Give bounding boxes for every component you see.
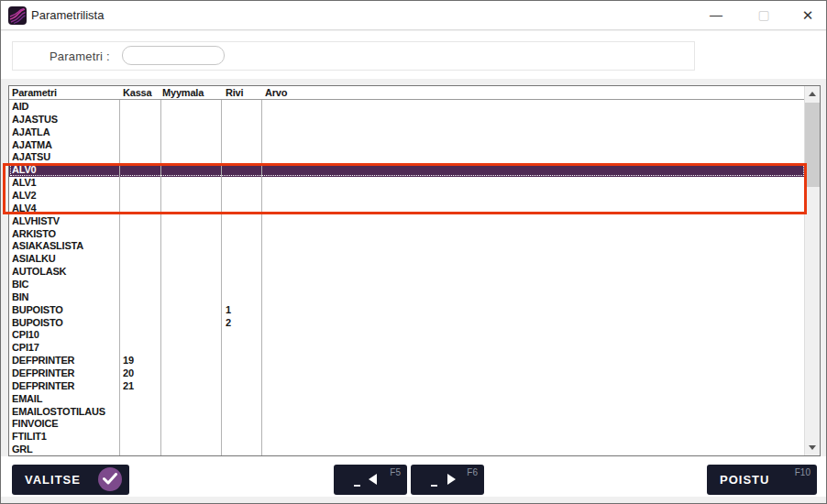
cell-parametri: FINVOICE bbox=[12, 418, 118, 431]
next-dash bbox=[431, 485, 437, 487]
table-row[interactable]: AJATMA00:00-06:00, 19006:00-18:00, 99918… bbox=[9, 139, 805, 152]
table-row[interactable]: ASIAKASLISTA100001000100001000 bbox=[9, 240, 805, 253]
table-row[interactable]: EMAILOSTOTILAUSsmtp.tele.fi bbox=[9, 406, 805, 419]
cell-parametri: ALV2 bbox=[12, 190, 118, 203]
column-header[interactable]: Parametri bbox=[12, 87, 57, 98]
parameter-table: ParametriKassaMyymalaRiviArvo AIDATTENDE… bbox=[8, 85, 821, 456]
window-title: Parametrilista bbox=[31, 8, 104, 22]
table-row[interactable]: AUTOLASK81146300 bbox=[9, 266, 805, 279]
scroll-down-icon bbox=[809, 445, 816, 450]
table-row[interactable]: AIDATTENDEDPOS020021 bbox=[9, 101, 805, 114]
app-logo-icon bbox=[8, 6, 27, 25]
cell-parametri: EMAILOSTOTILAUS bbox=[12, 406, 118, 419]
minimize-button[interactable]: — bbox=[698, 1, 734, 29]
vertical-scrollbar[interactable] bbox=[804, 86, 820, 455]
search-panel: Parametri : bbox=[12, 41, 695, 71]
cell-parametri: DEFPRINTER bbox=[12, 355, 118, 367]
cell-parametri: AJASTUS bbox=[12, 114, 118, 126]
table-row[interactable]: BUPOISTO2GDPR\asiakas.gdpr;30GDPR\*.log;… bbox=[9, 317, 805, 330]
scroll-up-button[interactable] bbox=[805, 86, 821, 102]
cell-parametri: DEFPRINTER bbox=[12, 367, 118, 380]
cell-parametri: CPI10 bbox=[12, 329, 118, 342]
cell-kassa: 19 bbox=[123, 355, 161, 367]
cell-parametri: CPI17 bbox=[12, 342, 118, 355]
cell-kassa: 21 bbox=[123, 380, 161, 393]
cell-parametri: AUTOLASK bbox=[12, 266, 118, 279]
cell-parametri: GRL bbox=[12, 444, 118, 456]
table-row[interactable]: GRL24.1440C bbox=[9, 444, 805, 456]
table-row[interactable]: AJASTUS20MYYNPAIV TRIGGER bbox=[9, 114, 805, 126]
cell-parametri: ALV0 bbox=[12, 164, 118, 177]
cell-parametri: FTILIT1 bbox=[12, 431, 118, 444]
parametri-search-input[interactable] bbox=[122, 46, 225, 65]
table-row[interactable]: DEFPRINTER21Canon Generic Plus PCL 66006… bbox=[9, 380, 805, 393]
app-window: Parametrilista — ▢ ✕ Parametri : Paramet… bbox=[0, 0, 827, 504]
cell-parametri: ALV1 bbox=[12, 177, 118, 190]
column-header[interactable]: Arvo bbox=[265, 87, 287, 98]
cell-parametri: EMAIL bbox=[12, 393, 118, 406]
prev-fkey-label: F5 bbox=[390, 467, 401, 477]
scroll-up-icon bbox=[809, 92, 816, 96]
close-button[interactable]: ✕ bbox=[789, 1, 826, 29]
arrow-right-icon bbox=[447, 474, 456, 485]
scroll-down-button[interactable] bbox=[805, 440, 821, 455]
maximize-button: ▢ bbox=[745, 1, 782, 29]
valitse-button[interactable]: VALITSE bbox=[12, 465, 129, 495]
cell-parametri: ASIAKASLISTA bbox=[12, 240, 118, 253]
poistu-label: POISTU bbox=[720, 473, 769, 487]
table-row[interactable]: BUPOISTO160WHUB\BU\WHUB*SQSEQR\logs\*.lo… bbox=[9, 304, 805, 317]
prev-dash bbox=[354, 485, 360, 487]
cell-parametri: AJATLA bbox=[12, 126, 118, 139]
table-row[interactable]: AJATLA00:00-06:00, 19006:00-13:00, 99913… bbox=[9, 126, 805, 139]
cell-parametri: ALV4 bbox=[12, 203, 118, 215]
scrollbar-thumb[interactable] bbox=[805, 103, 821, 187]
search-label: Parametri : bbox=[50, 49, 110, 63]
check-icon bbox=[98, 467, 122, 491]
cell-parametri: ASIALKU bbox=[12, 253, 118, 266]
table-row[interactable]: DEFPRINTER20Canon Generic Plus PCL 66006… bbox=[9, 367, 805, 380]
footer: VALITSE F5 F6 POISTU F10 bbox=[1, 456, 826, 497]
valitse-label: VALITSE bbox=[25, 473, 81, 487]
cell-parametri: AID bbox=[12, 101, 118, 114]
column-header[interactable]: Kassa bbox=[123, 87, 151, 98]
column-header[interactable]: Rivi bbox=[226, 87, 243, 98]
table-header: ParametriKassaMyymalaRiviArvo bbox=[9, 86, 805, 100]
table-row[interactable]: DEFPRINTER19Microsoft Print to PDF600600 bbox=[9, 355, 805, 367]
table-row[interactable]: CPI17▯%-12345X ▯E▯)10U▯&l70p1e70F▯&a0R▯(… bbox=[9, 342, 805, 355]
table-row[interactable]: ARKISTO6.05.2010 bbox=[9, 228, 805, 241]
title-bar: Parametrilista — ▢ ✕ bbox=[1, 1, 826, 30]
cell-parametri: ARKISTO bbox=[12, 228, 118, 241]
bottom-strip bbox=[1, 497, 826, 504]
table-row[interactable]: ASIALKU998000 bbox=[9, 253, 805, 266]
table-row[interactable]: CPI10▯%-12345X ▯E▯)10U▯&l70p1e70F▯&a0R▯(… bbox=[9, 329, 805, 342]
cell-parametri: ALVHISTV bbox=[12, 215, 118, 228]
table-row[interactable]: FINVOICE bbox=[9, 418, 805, 431]
table-row[interactable]: BIN040403 bbox=[9, 291, 805, 304]
table-row[interactable]: EMAILsmtp.tele.fi250 bbox=[9, 393, 805, 406]
poistu-button[interactable]: POISTU F10 bbox=[707, 465, 817, 495]
next-fkey-label: F6 bbox=[467, 467, 478, 477]
cell-rivi: 2 bbox=[226, 317, 260, 330]
table-row[interactable]: BIC1 NDEAFIHH 2 NDEAFIHH 4 HELSFIHH5 OKO… bbox=[9, 279, 805, 291]
column-header[interactable]: Myymala bbox=[162, 87, 204, 98]
cell-parametri: DEFPRINTER bbox=[12, 380, 118, 393]
arrow-left-icon bbox=[369, 474, 377, 485]
table-row[interactable]: FTILIT1FI4980001301308426 DABAFIHH bbox=[9, 431, 805, 444]
cell-parametri: BIN bbox=[12, 291, 118, 304]
cell-parametri: BUPOISTO bbox=[12, 304, 118, 317]
cell-parametri: BUPOISTO bbox=[12, 317, 118, 330]
table-row[interactable]: ALV201000 bbox=[9, 190, 805, 203]
cell-parametri: AJATMA bbox=[12, 139, 118, 152]
previous-button[interactable]: F5 bbox=[334, 465, 407, 495]
table-row[interactable]: ALVHISTV11.01.2023 bbox=[9, 215, 805, 228]
table-row-selected[interactable]: ALV025.53000 bbox=[9, 164, 805, 177]
table-row[interactable]: ALV1143050 bbox=[9, 177, 805, 190]
toolbar: Parametri : bbox=[1, 31, 826, 79]
cell-kassa: 20 bbox=[123, 367, 161, 380]
table-row[interactable]: ALV4103060 bbox=[9, 203, 805, 215]
table-body: AIDATTENDEDPOS020021AJASTUS20MYYNPAIV TR… bbox=[9, 101, 805, 456]
table-row[interactable]: AJATSU00:00-24:00, 14900:00-06:00, 19218… bbox=[9, 151, 805, 164]
next-button[interactable]: F6 bbox=[411, 465, 484, 495]
poistu-fkey-label: F10 bbox=[795, 467, 810, 477]
cell-rivi: 1 bbox=[226, 304, 260, 317]
